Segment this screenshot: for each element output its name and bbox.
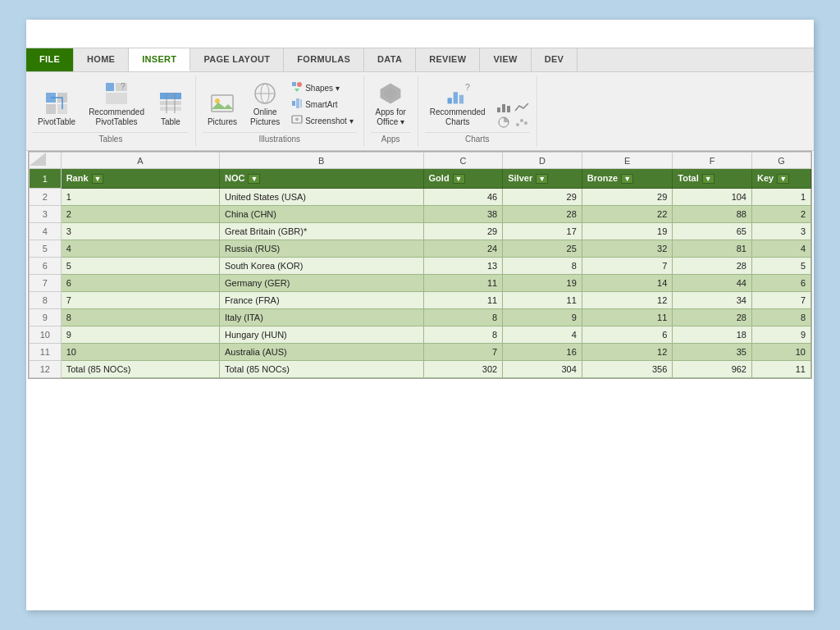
row-num-11[interactable]: 11 xyxy=(30,344,62,361)
data-cell[interactable]: 46 xyxy=(423,189,503,206)
gold-dropdown[interactable]: ▼ xyxy=(453,174,465,184)
data-cell[interactable]: 9 xyxy=(503,309,582,326)
online-pictures-button[interactable]: OnlinePictures xyxy=(245,79,285,129)
data-cell[interactable]: 104 xyxy=(673,189,752,206)
data-cell[interactable]: 19 xyxy=(503,275,582,292)
data-cell[interactable]: 12 xyxy=(582,344,672,361)
row-num-9[interactable]: 9 xyxy=(30,309,62,326)
data-cell[interactable]: 7 xyxy=(582,258,672,275)
chart-icon-line[interactable] xyxy=(514,101,530,114)
table-header-silver[interactable]: Silver▼ xyxy=(503,169,582,189)
key-dropdown[interactable]: ▼ xyxy=(777,174,789,184)
row-num-4[interactable]: 4 xyxy=(30,223,62,240)
data-cell[interactable]: 3 xyxy=(751,223,810,240)
data-cell[interactable]: 8 xyxy=(503,258,582,275)
shapes-button[interactable]: Shapes ▾ xyxy=(288,80,356,96)
data-cell[interactable]: 9 xyxy=(751,326,810,344)
table-header-noc[interactable]: NOC▼ xyxy=(219,169,423,189)
col-header-b[interactable]: B xyxy=(219,153,423,169)
data-cell[interactable]: 18 xyxy=(673,326,752,344)
tab-page-layout[interactable]: PAGE LAYOUT xyxy=(190,48,284,71)
data-cell[interactable]: 29 xyxy=(423,223,503,240)
data-cell[interactable]: 28 xyxy=(673,258,752,275)
data-cell[interactable]: 3 xyxy=(61,223,219,240)
data-cell[interactable]: 4 xyxy=(751,240,810,258)
data-cell[interactable]: 14 xyxy=(582,275,672,292)
data-cell[interactable]: 9 xyxy=(61,326,219,344)
noc-dropdown[interactable]: ▼ xyxy=(248,174,260,184)
data-cell[interactable]: 81 xyxy=(673,240,752,258)
row-num-8[interactable]: 8 xyxy=(30,292,62,309)
table-header-rank[interactable]: Rank▼ xyxy=(61,169,219,189)
row-num-5[interactable]: 5 xyxy=(30,240,62,258)
data-cell[interactable]: 8 xyxy=(423,309,503,326)
data-cell[interactable]: 25 xyxy=(503,240,582,258)
col-header-d[interactable]: D xyxy=(503,153,582,169)
row-num-7[interactable]: 7 xyxy=(30,275,62,292)
data-cell[interactable]: 6 xyxy=(61,275,219,292)
smartart-button[interactable]: SmartArt xyxy=(288,97,356,112)
data-cell[interactable]: 7 xyxy=(751,292,810,309)
data-cell[interactable]: 6 xyxy=(751,275,810,292)
row-num-3[interactable]: 3 xyxy=(30,206,62,223)
tab-view[interactable]: VIEW xyxy=(480,48,531,71)
table-header-total[interactable]: Total▼ xyxy=(673,169,752,189)
data-cell[interactable]: 11 xyxy=(503,292,582,309)
data-cell[interactable]: 5 xyxy=(61,258,219,275)
tab-data[interactable]: DATA xyxy=(364,48,416,71)
data-cell[interactable]: 32 xyxy=(582,240,672,258)
data-cell[interactable]: 8 xyxy=(423,326,503,344)
table-header-key[interactable]: Key▼ xyxy=(751,169,810,189)
chart-icon-scatter[interactable] xyxy=(514,116,530,129)
data-cell[interactable]: South Korea (KOR) xyxy=(219,258,423,275)
recommended-charts-button[interactable]: ? RecommendedCharts xyxy=(425,79,491,129)
data-cell[interactable]: 12 xyxy=(582,292,672,309)
data-cell[interactable]: 5 xyxy=(751,258,810,275)
chart-icon-bar[interactable] xyxy=(495,101,512,114)
data-cell[interactable]: 6 xyxy=(582,326,672,344)
data-cell[interactable]: 1 xyxy=(751,189,810,206)
data-cell[interactable]: Total (85 NOCs) xyxy=(219,361,423,378)
data-cell[interactable]: 28 xyxy=(503,206,582,223)
data-cell[interactable]: 7 xyxy=(423,344,503,361)
data-cell[interactable]: Great Britain (GBR)* xyxy=(219,223,423,240)
col-header-c[interactable]: C xyxy=(423,153,503,169)
data-cell[interactable]: Total (85 NOCs) xyxy=(61,361,219,378)
data-cell[interactable]: 65 xyxy=(673,223,752,240)
recommended-pivot-button[interactable]: ? RecommendedPivotTables xyxy=(84,79,149,129)
data-cell[interactable]: 44 xyxy=(673,275,752,292)
data-cell[interactable]: 1 xyxy=(61,189,219,206)
data-cell[interactable]: 11 xyxy=(582,309,672,326)
data-cell[interactable]: Hungary (HUN) xyxy=(219,326,423,344)
chart-icon-pie[interactable] xyxy=(495,116,512,129)
data-cell[interactable]: United States (USA) xyxy=(219,189,423,206)
col-header-e[interactable]: E xyxy=(582,153,672,169)
tab-review[interactable]: REVIEW xyxy=(416,48,480,71)
row-num-1[interactable]: 1 xyxy=(30,169,62,189)
tab-file[interactable]: FILE xyxy=(26,48,74,71)
apps-for-office-button[interactable]: Apps forOffice ▾ xyxy=(371,79,411,129)
data-cell[interactable]: Germany (GER) xyxy=(219,275,423,292)
data-cell[interactable]: 8 xyxy=(61,309,219,326)
data-cell[interactable]: 28 xyxy=(673,309,752,326)
data-cell[interactable]: 17 xyxy=(503,223,582,240)
tab-dev[interactable]: DEV xyxy=(532,48,578,71)
pivot-table-button[interactable]: PivotTable xyxy=(33,89,80,129)
data-cell[interactable]: 34 xyxy=(673,292,752,309)
table-header-bronze[interactable]: Bronze▼ xyxy=(582,169,672,189)
data-cell[interactable]: 11 xyxy=(423,292,503,309)
data-cell[interactable]: 962 xyxy=(673,361,752,378)
data-cell[interactable]: 22 xyxy=(582,206,672,223)
data-cell[interactable]: 88 xyxy=(673,206,752,223)
pictures-button[interactable]: Pictures xyxy=(203,89,242,129)
table-button[interactable]: Table xyxy=(153,89,189,129)
data-cell[interactable]: China (CHN) xyxy=(219,206,423,223)
data-cell[interactable]: Russia (RUS) xyxy=(219,240,423,258)
data-cell[interactable]: 4 xyxy=(61,240,219,258)
col-header-g[interactable]: G xyxy=(751,153,810,169)
tab-insert[interactable]: INSERT xyxy=(129,48,190,71)
rank-dropdown[interactable]: ▼ xyxy=(92,174,104,184)
row-num-6[interactable]: 6 xyxy=(30,258,62,275)
row-num-2[interactable]: 2 xyxy=(30,189,62,206)
data-cell[interactable]: 13 xyxy=(423,258,503,275)
